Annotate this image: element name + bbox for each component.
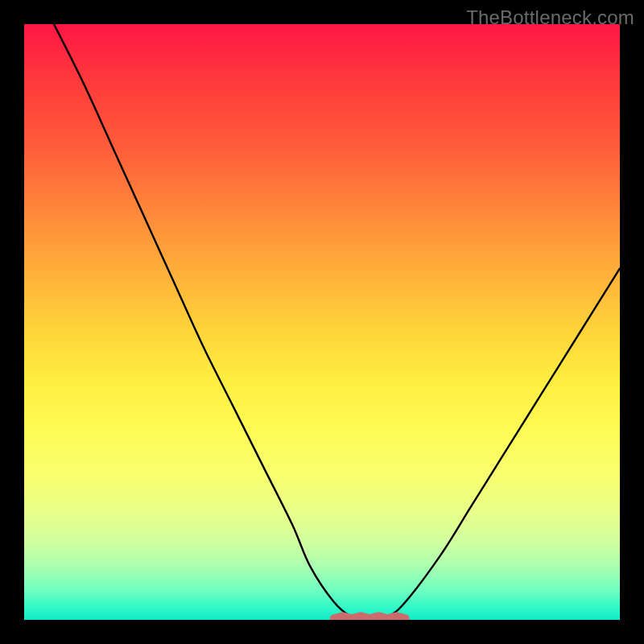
chart-frame: TheBottleneck.com <box>0 0 644 644</box>
plot-area <box>24 24 620 620</box>
curve-svg <box>24 24 620 620</box>
flat-region-highlight <box>334 616 406 618</box>
watermark-text: TheBottleneck.com <box>466 6 634 29</box>
bottleneck-curve <box>54 24 620 620</box>
